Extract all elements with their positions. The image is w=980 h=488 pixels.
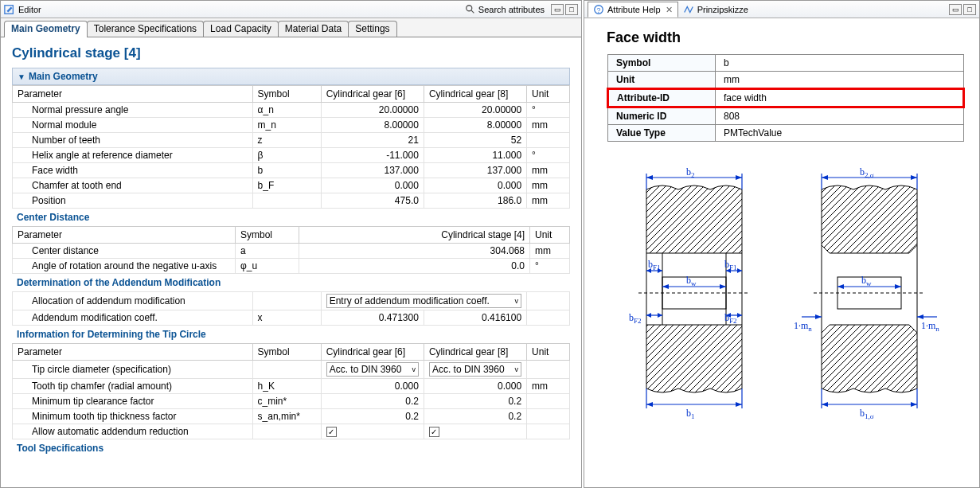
search-attributes-link[interactable]: Search attributes [465,4,545,15]
help-icon: ? [593,4,604,15]
face-width-diagram: b2 bw bF1 bF1 bF2 bF2 [607,158,965,420]
svg-line-2 [471,10,474,13]
svg-marker-32 [646,313,651,318]
editor-header: Editor Search attributes ▭ □ [1,1,581,18]
tcd-dropdown-6[interactable]: Acc. to DIN 3960v [326,362,419,377]
sketch-icon [683,4,694,15]
svg-marker-54 [837,284,844,289]
svg-marker-36 [737,313,742,318]
editor-icon [4,4,15,15]
search-label: Search attributes [478,5,545,14]
svg-marker-67 [911,402,917,407]
col-parameter[interactable]: Parameter [13,86,253,103]
svg-text:1·mn: 1·mn [921,320,939,333]
svg-marker-15 [736,175,742,180]
row-normal-module[interactable]: Normal modulem_n8.000008.00000mm [13,118,570,133]
section-addendum-mod: Determination of the Addendum Modificati… [12,274,570,291]
editor-pane-label: Editor [18,5,41,14]
section-main-geometry[interactable]: ▼Main Geometry [12,68,570,85]
help-title: Face width [607,29,965,46]
row-normal-pressure-angle[interactable]: Normal pressure angleα_n20.0000020.00000… [13,103,570,118]
row-min-tooth-tip-thickness[interactable]: Minimum tooth tip thickness factors_an,m… [13,409,570,424]
svg-marker-58 [815,314,822,319]
col-gear8[interactable]: Cylindrical gear [8] [424,86,526,103]
row-face-width[interactable]: Face widthb137.000137.000mm [13,163,570,178]
tab-prinzipskizze[interactable]: Prinzipskizze [678,2,753,17]
svg-marker-51 [911,175,917,180]
svg-text:bF2: bF2 [629,312,642,325]
svg-marker-28 [737,268,742,273]
col-gear6[interactable]: Cylindrical gear [6] [321,86,424,103]
checkbox-6[interactable]: ✓ [326,427,337,437]
editor-tabs: Main Geometry Tolerance Specifications L… [1,18,581,37]
row-chamfer[interactable]: Chamfer at tooth endb_F0.0000.000mm [13,178,570,193]
row-tip-circle-diameter[interactable]: Tip circle diameter (specification)Acc. … [13,361,570,379]
editor-body: Cylindrical stage [4] ▼Main Geometry Par… [1,37,581,487]
row-attribute-id: Attribute-IDface width [608,89,964,107]
chevron-down-icon: v [515,365,519,373]
svg-point-1 [467,5,472,10]
maximize-button[interactable]: □ [565,4,578,15]
tab-tolerance-specifications[interactable]: Tolerance Specifications [87,21,204,37]
svg-text:?: ? [597,6,601,14]
allocation-dropdown[interactable]: Entry of addendum modification coeff.v [326,294,521,308]
help-body: Face width Symbolb Unitmm Attribute-IDfa… [584,18,979,487]
svg-marker-41 [736,402,742,407]
editor-pane: Editor Search attributes ▭ □ Main Geomet… [0,0,582,488]
row-min-tip-clearance[interactable]: Minimum tip clearance factorc_min*0.20.2 [13,394,570,409]
maximize-button[interactable]: □ [963,4,976,15]
help-header: ? Attribute Help ✕ Prinzipskizze ▭ □ [584,1,979,18]
col-symbol[interactable]: Symbol [252,86,321,103]
row-position[interactable]: Position475.0186.0mm [13,193,570,209]
col-unit[interactable]: Unit [527,86,570,103]
row-center-distance[interactable]: Center distancea304.068mm [13,244,570,259]
svg-marker-33 [658,313,662,318]
row-addendum-coeff[interactable]: Addendum modification coeff.x0.4713000.4… [13,310,570,326]
close-icon[interactable]: ✕ [666,5,673,15]
tab-label: Attribute Help [607,5,661,14]
tab-settings[interactable]: Settings [348,21,396,37]
section-center-distance: Center Distance [12,209,570,226]
row-allow-auto-addendum[interactable]: Allow automatic addendum reduction✓✓ [13,424,570,439]
tab-label: Prinzipskizze [697,5,748,14]
svg-marker-60 [917,314,923,319]
tab-main-geometry[interactable]: Main Geometry [4,21,88,37]
chevron-down-icon: v [515,297,519,305]
tab-material-data[interactable]: Material Data [278,21,349,37]
svg-text:bw: bw [861,275,872,287]
section-label: Main Geometry [29,71,98,82]
minimize-button[interactable]: ▭ [551,4,564,15]
addendum-table: Allocation of addendum modificationEntry… [12,291,570,326]
svg-marker-14 [646,175,653,180]
row-tooth-tip-chamfer[interactable]: Tooth tip chamfer (radial amount)h_K0.00… [13,379,570,394]
tab-attribute-help[interactable]: ? Attribute Help ✕ [588,2,678,18]
row-helix-angle[interactable]: Helix angle at reference diameterβ-11.00… [13,148,570,163]
svg-text:bw: bw [686,275,697,287]
svg-marker-66 [822,402,828,407]
section-tool-spec: Tool Specifications [12,439,570,457]
svg-marker-19 [720,284,726,289]
checkbox-8[interactable]: ✓ [429,427,439,437]
page-title: Cylindrical stage [4] [12,45,570,61]
row-unit: Unitmm [608,72,964,89]
svg-marker-18 [662,284,669,289]
row-value-type: Value TypePMTechValue [608,125,964,142]
row-angle-rotation[interactable]: Angle of rotation around the negative u-… [13,259,570,274]
tip-circle-table: ParameterSymbolCylindrical gear [6]Cylin… [12,343,570,439]
main-geometry-table: Parameter Symbol Cylindrical gear [6] Cy… [12,85,570,209]
svg-text:1·mn: 1·mn [794,320,812,333]
center-distance-table: ParameterSymbolCylindrical stage [4]Unit… [12,226,570,274]
tcd-dropdown-8[interactable]: Acc. to DIN 3960v [429,362,521,377]
section-tip-circle: Information for Determining the Tip Circ… [12,326,570,343]
minimize-button[interactable]: ▭ [949,4,962,15]
svg-marker-40 [646,402,653,407]
svg-marker-55 [895,284,901,289]
row-numeric-id: Numeric ID808 [608,107,964,125]
chevron-down-icon: v [412,365,416,373]
svg-text:b1,σ: b1,σ [860,408,874,420]
row-number-of-teeth[interactable]: Number of teethz2152 [13,133,570,148]
diagram-svg: b2 bw bF1 bF1 bF2 bF2 [615,158,957,420]
svg-text:b2: b2 [686,166,695,179]
row-allocation-addendum[interactable]: Allocation of addendum modificationEntry… [13,292,570,310]
tab-load-capacity[interactable]: Load Capacity [203,21,279,37]
